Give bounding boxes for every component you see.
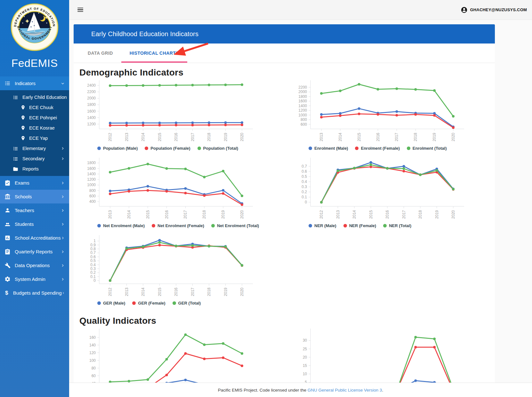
footer-text: Pacific EMIS Project. Code licensed unde…: [218, 388, 383, 393]
legend-item: NER (Female): [343, 223, 376, 228]
svg-text:0.8: 0.8: [90, 247, 96, 251]
legend-label: Population (Female): [150, 146, 190, 151]
svg-text:2016: 2016: [385, 210, 390, 219]
svg-text:0.7: 0.7: [302, 164, 307, 169]
legend-dot: [145, 147, 148, 150]
legend-item: Population (Female): [145, 146, 190, 151]
svg-text:2014: 2014: [352, 210, 357, 219]
legend-item: GER (Female): [132, 301, 165, 306]
person-icon: [4, 207, 11, 213]
sidebar-item-label: Schools: [15, 194, 60, 199]
chevron-down-icon: [60, 81, 65, 86]
svg-text:2015: 2015: [157, 133, 162, 141]
svg-text:2013: 2013: [108, 210, 112, 219]
chart-ger: 00.10.20.30.40.50.60.70.80.9120122013201…: [79, 234, 290, 309]
svg-text:2018: 2018: [418, 210, 423, 219]
svg-text:2017: 2017: [190, 133, 195, 141]
sidebar-item-exams[interactable]: Exams: [0, 176, 69, 190]
sidebar-item-label: School Accreditations: [15, 235, 60, 241]
svg-text:2020: 2020: [451, 133, 455, 141]
sidebar-item-students[interactable]: Students: [0, 217, 69, 231]
svg-text:2012: 2012: [319, 210, 324, 219]
user-account-chip[interactable]: GHACHEY@NUZUSYS.COM: [461, 6, 527, 13]
sidebar-item-elementary[interactable]: Elementary: [0, 143, 69, 154]
tab-data-grid[interactable]: DATA GRID: [79, 44, 121, 63]
gnu-license-link[interactable]: GNU General Public License Version 3: [308, 388, 382, 393]
page: DEPARTMENT OF EDUCATION NATIONAL GOVERNM…: [0, 0, 532, 397]
map-pin-icon: [20, 115, 26, 120]
demographic-charts-grid: 1200140016001800200022002400201220132014…: [79, 79, 495, 311]
map-pin-icon: [20, 125, 26, 131]
legend-label: Enrolment (Female): [361, 146, 399, 151]
svg-text:80: 80: [92, 366, 96, 370]
sidebar-item-quarterly-reports[interactable]: Quarterly Reports: [0, 245, 69, 258]
sidebar-item-teachers[interactable]: Teachers: [0, 203, 69, 217]
legend-label: Population (Male): [103, 146, 138, 151]
svg-text:2014: 2014: [127, 210, 131, 219]
sidebar-item-school-accreditations[interactable]: School Accreditations: [0, 231, 69, 245]
hamburger-menu-icon[interactable]: [77, 8, 83, 12]
svg-text:2017: 2017: [402, 210, 406, 219]
net-enrolment-line-chart: 4006008001000120014001600180020132014201…: [79, 156, 290, 222]
svg-text:0.6: 0.6: [90, 255, 96, 259]
sidebar-item-ece-chuuk[interactable]: ECE Chuuk: [0, 102, 69, 113]
sidebar-item-secondary[interactable]: Secondary: [0, 154, 69, 164]
sidebar-item-ece-kosrae[interactable]: ECE Kosrae: [0, 123, 69, 133]
legend-label: Enrolment (Total): [413, 146, 447, 151]
sidebar-item-budgets-and-spending[interactable]: $ Budgets and Spending: [0, 286, 69, 300]
svg-text:1200: 1200: [87, 122, 96, 126]
svg-text:2015: 2015: [146, 210, 150, 219]
svg-text:400: 400: [89, 199, 96, 204]
svg-text:600: 600: [89, 194, 96, 198]
sidebar-item-label: Reports: [22, 166, 65, 171]
legend-dot: [407, 147, 410, 150]
svg-text:2020: 2020: [240, 210, 244, 219]
chart-legend: NER (Male)NER (Female)NER (Total): [309, 222, 501, 229]
svg-text:2014: 2014: [338, 133, 343, 141]
population-line-chart: 1200140016001800200022002400201220132014…: [79, 79, 290, 145]
legend-label: GER (Male): [103, 301, 125, 306]
topbar: GHACHEY@NUZUSYS.COM: [69, 0, 532, 20]
sidebar-item-label: ECE Yap: [29, 136, 65, 141]
svg-text:1200: 1200: [298, 108, 307, 113]
chevron-right-icon: [60, 156, 65, 161]
chart-legend: Enrolment (Male)Enrolment (Female)Enrolm…: [309, 145, 501, 151]
main-content: Early Childhood Education Indicators DAT…: [69, 20, 532, 397]
svg-text:0: 0: [93, 278, 96, 283]
chevron-right-icon: [60, 208, 65, 213]
legend-dot: [211, 224, 215, 227]
svg-text:2020: 2020: [451, 210, 455, 219]
enrolment-line-chart: 6008001000120014001600180020002200201320…: [290, 79, 501, 145]
schools-building-icon: [4, 194, 11, 200]
sidebar-item-reports[interactable]: Reports: [0, 164, 69, 174]
svg-text:1400: 1400: [87, 172, 96, 176]
svg-text:2015: 2015: [157, 288, 162, 296]
tab-historical-charts[interactable]: HISTORICAL CHARTS: [121, 44, 187, 63]
chart-enrolment: 6008001000120014001600180020002200201320…: [290, 79, 501, 154]
chevron-right-icon: [60, 263, 65, 268]
legend-label: GER (Total): [178, 301, 201, 306]
legend-dot: [343, 224, 347, 227]
svg-text:2018: 2018: [207, 133, 211, 141]
section-title-demographic: Demographic Indicators: [79, 67, 495, 78]
list-icon: [13, 146, 18, 151]
sidebar-item-indicators[interactable]: Indicators: [0, 76, 69, 90]
sidebar-item-ece-yap[interactable]: ECE Yap: [0, 133, 69, 143]
clipboard-icon: [4, 249, 11, 255]
svg-text:0.2: 0.2: [90, 270, 96, 275]
chevron-right-icon: [60, 277, 65, 282]
sidebar-item-schools[interactable]: Schools: [0, 190, 69, 203]
legend-dot: [97, 147, 101, 150]
svg-text:800: 800: [89, 188, 96, 193]
sidebar-item-system-admin[interactable]: System Admin: [0, 272, 69, 286]
sidebar-item-data-operations[interactable]: Data Operations: [0, 258, 69, 272]
sidebar-item-early-child-education[interactable]: Early Child Education: [0, 92, 69, 102]
sidebar-item-ece-pohnpei[interactable]: ECE Pohnpei: [0, 113, 69, 123]
legend-dot: [173, 301, 176, 305]
svg-text:2012: 2012: [108, 288, 112, 296]
svg-text:2012: 2012: [108, 133, 112, 141]
svg-text:2017: 2017: [190, 288, 195, 296]
svg-text:1600: 1600: [298, 99, 307, 103]
svg-text:0.1: 0.1: [90, 274, 96, 279]
legend-item: Enrolment (Male): [309, 146, 348, 151]
